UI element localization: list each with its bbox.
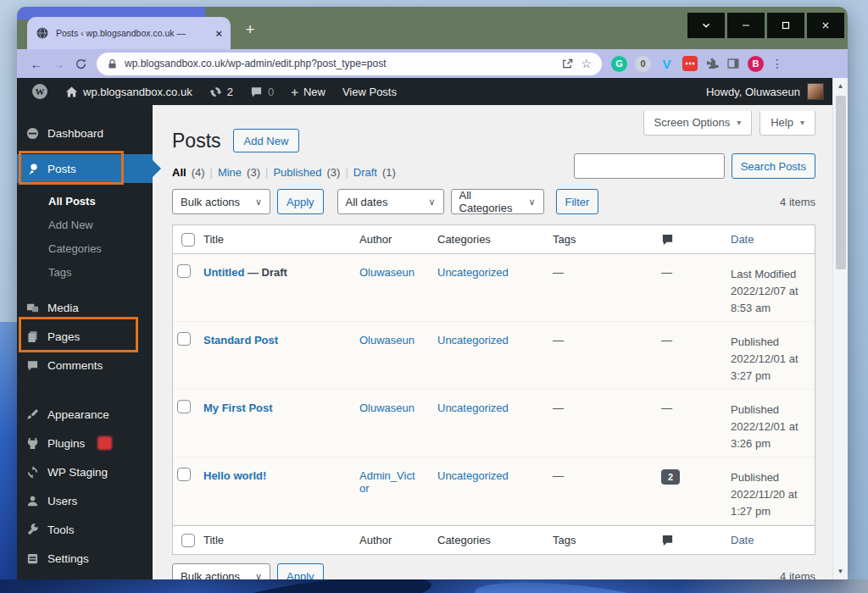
- help-button[interactable]: Help ▾: [760, 111, 815, 136]
- sidebar-item-appearance[interactable]: Appearance: [17, 400, 153, 429]
- add-new-button[interactable]: Add New: [233, 129, 300, 152]
- post-title-link[interactable]: My First Post: [203, 402, 273, 414]
- row-checkbox[interactable]: [177, 468, 191, 481]
- sidebar-item-categories[interactable]: Categories: [17, 237, 153, 261]
- maximize-button[interactable]: [767, 13, 804, 38]
- select-all-checkbox[interactable]: [181, 233, 195, 247]
- window-controls: [687, 13, 844, 38]
- category-link[interactable]: Uncategorized: [437, 266, 509, 279]
- row-checkbox[interactable]: [177, 264, 191, 278]
- comments-menu-item[interactable]: 0: [244, 78, 280, 105]
- filter-all[interactable]: All: [172, 166, 186, 179]
- tab-close-icon[interactable]: ×: [215, 27, 222, 40]
- row-checkbox[interactable]: [177, 332, 191, 346]
- site-menu-item[interactable]: wp.blogsandbox.co.uk: [59, 78, 198, 105]
- filter-draft[interactable]: Draft: [353, 166, 377, 179]
- all-dates-select[interactable]: All dates ∨: [337, 189, 444, 214]
- sidebar-item-wp-staging[interactable]: WP Staging: [17, 457, 153, 486]
- sidebar-item-comments[interactable]: Comments: [17, 351, 153, 380]
- grammarly-extension-icon[interactable]: G: [611, 56, 627, 72]
- scroll-up-icon[interactable]: ▲: [837, 78, 844, 91]
- vimeo-extension-icon[interactable]: V: [659, 56, 675, 72]
- scrollbar-thumb[interactable]: [836, 96, 846, 269]
- updates-menu-item[interactable]: 2: [203, 78, 239, 105]
- filter-published[interactable]: Published: [273, 166, 321, 179]
- brush-icon: [25, 408, 40, 421]
- column-categories: Categories: [437, 534, 553, 546]
- author-link[interactable]: Oluwaseun: [359, 402, 415, 414]
- comments-value: —: [661, 254, 731, 321]
- favicon-globe-icon: [36, 26, 49, 40]
- bookmark-star-icon[interactable]: ☆: [581, 57, 592, 70]
- forward-icon[interactable]: →: [47, 57, 70, 71]
- annotation-box-posts: [19, 151, 124, 185]
- search-posts-button[interactable]: Search Posts: [732, 153, 815, 179]
- profile-avatar-icon[interactable]: B: [748, 56, 764, 72]
- column-title[interactable]: Title: [203, 233, 359, 246]
- apply-button[interactable]: Apply: [277, 189, 324, 214]
- dashboard-icon: [25, 127, 40, 140]
- sidebar-item-plugins[interactable]: Plugins: [17, 429, 153, 457]
- all-categories-select[interactable]: All Categories ∨: [451, 189, 544, 214]
- new-menu-item[interactable]: + New: [285, 78, 331, 105]
- table-row: My First Post Oluwaseun Uncategorized — …: [173, 390, 815, 457]
- puzzle-extensions-icon[interactable]: [705, 57, 719, 70]
- side-panel-icon[interactable]: [726, 57, 740, 70]
- row-checkbox[interactable]: [177, 400, 191, 413]
- minimize-button[interactable]: [727, 13, 765, 38]
- filter-mine[interactable]: Mine: [218, 166, 242, 179]
- page-scrollbar[interactable]: ▲ ▼: [832, 78, 848, 579]
- comment-count-badge[interactable]: 2: [661, 469, 680, 485]
- password-extension-icon[interactable]: [682, 56, 698, 71]
- sidebar-item-all-posts[interactable]: All Posts: [17, 190, 153, 213]
- reload-icon[interactable]: [70, 58, 92, 70]
- close-button[interactable]: [807, 13, 844, 38]
- post-title-link[interactable]: Untitled: [203, 266, 244, 279]
- share-icon[interactable]: [561, 58, 574, 70]
- shield-extension-icon[interactable]: 0: [635, 56, 651, 72]
- sidebar-item-tools[interactable]: Tools: [17, 515, 153, 544]
- column-date[interactable]: Date: [731, 233, 815, 246]
- new-tab-button[interactable]: +: [239, 19, 261, 41]
- sidebar-item-dashboard[interactable]: Dashboard: [17, 119, 153, 147]
- column-title[interactable]: Title: [203, 534, 359, 546]
- column-comments-icon[interactable]: [661, 233, 731, 246]
- view-posts-menu-item[interactable]: View Posts: [337, 78, 403, 105]
- sidebar-item-users[interactable]: Users: [17, 486, 153, 515]
- search-input[interactable]: [574, 153, 725, 179]
- author-link[interactable]: Admin_Victor: [359, 469, 415, 495]
- author-link[interactable]: Oluwaseun: [359, 266, 415, 279]
- column-comments-icon[interactable]: [661, 534, 731, 546]
- extensions-row: G 0 V B ⋮: [611, 56, 783, 72]
- category-link[interactable]: Uncategorized: [437, 334, 509, 346]
- category-link[interactable]: Uncategorized: [437, 402, 509, 414]
- screen-options-button[interactable]: Screen Options ▾: [643, 111, 753, 136]
- author-link[interactable]: Oluwaseun: [359, 334, 415, 346]
- wordpress-logo-icon[interactable]: W: [25, 78, 54, 105]
- filter-button[interactable]: Filter: [556, 189, 599, 214]
- desktop-wallpaper: [0, 579, 868, 593]
- sidebar-item-settings[interactable]: Settings: [17, 544, 153, 573]
- post-title-link[interactable]: Hello world!: [203, 469, 266, 482]
- scroll-down-icon[interactable]: ▼: [837, 568, 844, 579]
- back-icon[interactable]: ←: [25, 57, 47, 71]
- apply-button[interactable]: Apply: [277, 563, 324, 579]
- tab-search-chevron-button[interactable]: [687, 13, 725, 38]
- post-title-link[interactable]: Standard Post: [203, 334, 278, 346]
- bulk-actions-select[interactable]: Bulk actions ∨: [172, 189, 270, 214]
- address-bar[interactable]: wp.blogsandbox.co.uk/wp-admin/edit.php?p…: [97, 53, 602, 75]
- wrench-icon: [25, 524, 40, 536]
- column-date[interactable]: Date: [731, 534, 815, 546]
- category-link[interactable]: Uncategorized: [437, 469, 509, 482]
- page-title: Posts: [172, 130, 221, 152]
- browser-menu-icon[interactable]: ⋮: [771, 57, 783, 70]
- bulk-actions-select[interactable]: Bulk actions ∨: [172, 563, 270, 579]
- select-all-checkbox[interactable]: [181, 534, 195, 547]
- account-menu-item[interactable]: Howdy, Oluwaseun: [706, 83, 824, 100]
- column-tags: Tags: [553, 233, 661, 246]
- browser-tab[interactable]: Posts ‹ wp.blogsandbox.co.uk — ×: [27, 17, 231, 49]
- update-icon: [209, 86, 222, 98]
- sidebar-item-tags[interactable]: Tags: [17, 261, 153, 285]
- sidebar-item-add-new[interactable]: Add New: [17, 213, 153, 237]
- table-row: Untitled — Draft Oluwaseun Uncategorized…: [173, 254, 815, 322]
